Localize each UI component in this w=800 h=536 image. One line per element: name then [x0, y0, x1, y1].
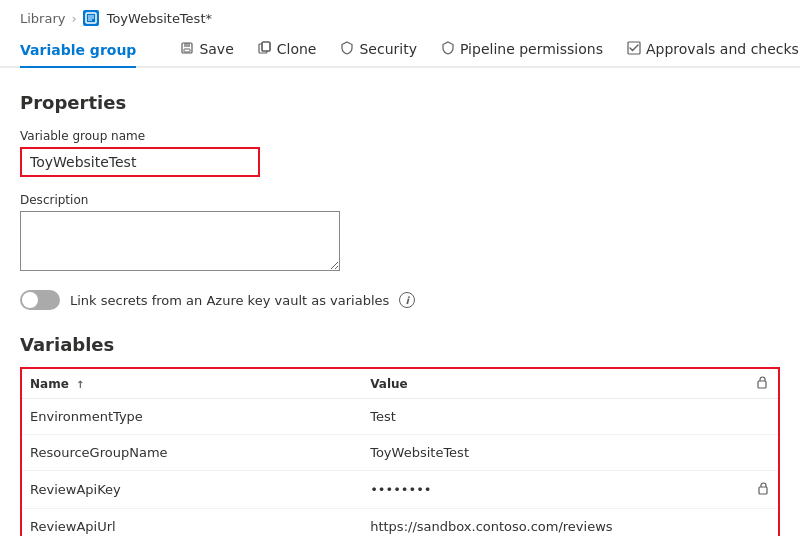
name-input[interactable] [20, 147, 260, 177]
pipeline-permissions-button[interactable]: Pipeline permissions [429, 33, 615, 66]
sort-icon: ↑ [76, 379, 84, 390]
variables-title: Variables [20, 334, 780, 355]
toolbar: Variable group Save Clone Security Pipel… [0, 32, 800, 68]
variables-table-wrapper: Name ↑ Value EnvironmentType Test [20, 367, 780, 536]
main-content: Properties Variable group name Descripti… [0, 68, 800, 536]
col-header-value: Value [362, 369, 748, 399]
toggle-label: Link secrets from an Azure key vault as … [70, 293, 389, 308]
var-value: Test [362, 399, 748, 435]
desc-form-group: Description [20, 193, 780, 274]
tab-variable-group[interactable]: Variable group [20, 32, 136, 68]
svg-rect-6 [184, 49, 190, 52]
variables-section: Variables Name ↑ Value [20, 334, 780, 536]
save-button[interactable]: Save [168, 33, 245, 66]
var-name: ReviewApiKey [22, 471, 362, 509]
breadcrumb-page-name: ToyWebsiteTest* [107, 11, 212, 26]
svg-rect-5 [184, 43, 190, 47]
breadcrumb-page-icon [83, 10, 99, 26]
desc-input[interactable] [20, 211, 340, 271]
table-row: EnvironmentType Test [22, 399, 778, 435]
table-row: ReviewApiUrl https://sandbox.contoso.com… [22, 509, 778, 537]
desc-label: Description [20, 193, 780, 207]
var-lock [748, 509, 778, 537]
var-lock [748, 471, 778, 509]
table-row: ResourceGroupName ToyWebsiteTest [22, 435, 778, 471]
var-lock [748, 435, 778, 471]
var-name: ResourceGroupName [22, 435, 362, 471]
pipeline-permissions-icon [441, 41, 455, 58]
clone-button[interactable]: Clone [246, 33, 329, 66]
variables-table: Name ↑ Value EnvironmentType Test [22, 369, 778, 536]
approvals-checks-button[interactable]: Approvals and checks [615, 33, 800, 66]
breadcrumb-library[interactable]: Library [20, 11, 65, 26]
approvals-icon [627, 41, 641, 58]
col-header-lock [748, 369, 778, 399]
svg-rect-13 [758, 381, 766, 388]
svg-rect-8 [262, 42, 270, 51]
keyvault-toggle[interactable] [20, 290, 60, 310]
toggle-row: Link secrets from an Azure key vault as … [20, 290, 780, 310]
security-button[interactable]: Security [328, 33, 429, 66]
table-row: ReviewApiKey •••••••• [22, 471, 778, 509]
breadcrumb-separator: › [71, 11, 76, 26]
name-label: Variable group name [20, 129, 780, 143]
toggle-thumb [22, 292, 38, 308]
var-name: EnvironmentType [22, 399, 362, 435]
var-lock [748, 399, 778, 435]
breadcrumb: Library › ToyWebsiteTest* [0, 0, 800, 32]
var-value: ToyWebsiteTest [362, 435, 748, 471]
var-value: •••••••• [362, 471, 748, 509]
info-icon[interactable]: i [399, 292, 415, 308]
clone-icon [258, 41, 272, 58]
save-icon [180, 41, 194, 58]
properties-title: Properties [20, 92, 780, 113]
var-value: https://sandbox.contoso.com/reviews [362, 509, 748, 537]
var-name: ReviewApiUrl [22, 509, 362, 537]
col-header-name: Name ↑ [22, 369, 362, 399]
security-icon [340, 41, 354, 58]
name-form-group: Variable group name [20, 129, 780, 177]
svg-rect-14 [759, 487, 767, 494]
